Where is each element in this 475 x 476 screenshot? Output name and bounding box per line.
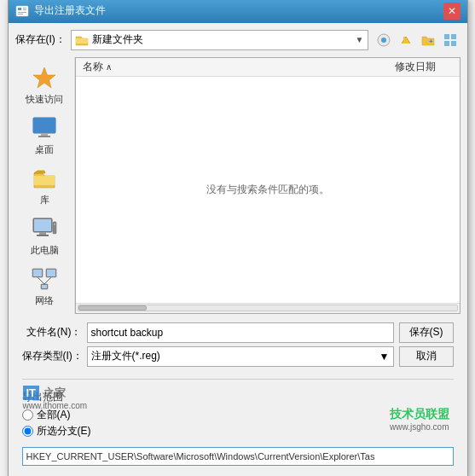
svg-rect-13 bbox=[451, 41, 456, 46]
back-icon bbox=[377, 33, 391, 47]
svg-rect-18 bbox=[38, 136, 50, 137]
sidebar-item-quick-access[interactable]: 快速访问 bbox=[17, 61, 72, 109]
svg-rect-2 bbox=[23, 8, 26, 9]
svg-rect-28 bbox=[47, 270, 55, 276]
registry-icon bbox=[15, 4, 29, 18]
toolbar-row: 保存在(I)： 新建文件夹 ▼ bbox=[15, 30, 461, 50]
main-area: 快速访问 桌面 bbox=[15, 57, 461, 314]
svg-rect-1 bbox=[18, 8, 21, 10]
all-radio-label[interactable]: 全部(A) bbox=[37, 408, 71, 422]
scrollbar-track[interactable] bbox=[78, 305, 458, 311]
svg-line-31 bbox=[38, 277, 44, 284]
file-content: 没有与搜索条件匹配的项。 bbox=[76, 77, 460, 303]
path-text: HKEY_CURRENT_USER\Software\Microsoft\Win… bbox=[26, 451, 375, 461]
svg-rect-12 bbox=[444, 41, 449, 46]
all-radio-row: 全部(A) bbox=[22, 408, 454, 422]
svg-rect-8 bbox=[403, 37, 405, 40]
svg-rect-26 bbox=[33, 270, 42, 276]
sidebar-item-quick-access-label: 快速访问 bbox=[26, 93, 63, 106]
svg-rect-4 bbox=[18, 12, 26, 13]
selected-radio[interactable] bbox=[22, 426, 33, 437]
new-folder-button[interactable]: + bbox=[418, 30, 438, 50]
filetype-arrow-icon: ▼ bbox=[379, 351, 390, 363]
sidebar-item-library-label: 库 bbox=[40, 194, 49, 206]
view-button[interactable] bbox=[440, 30, 461, 50]
svg-rect-22 bbox=[37, 235, 49, 236]
bottom-fields: 文件名(N)： 保存(S) 保存类型(I)： 注册文件(*.reg) ▼ 取消 bbox=[15, 317, 461, 372]
star-icon bbox=[31, 64, 58, 91]
location-combo[interactable]: 新建文件夹 ▼ bbox=[71, 30, 368, 50]
svg-text:+: + bbox=[429, 38, 433, 45]
svg-rect-24 bbox=[54, 223, 55, 225]
path-field[interactable]: HKEY_CURRENT_USER\Software\Microsoft\Win… bbox=[22, 447, 454, 466]
filename-input[interactable] bbox=[87, 322, 394, 343]
export-range: 导出范围 全部(A) 所选分支(E) bbox=[15, 386, 461, 444]
toolbar-buttons: + bbox=[374, 30, 461, 50]
svg-rect-5 bbox=[18, 14, 23, 15]
col-name-header[interactable]: 名称 ∧ bbox=[83, 60, 395, 74]
title-bar-left: 导出注册表文件 bbox=[15, 3, 106, 18]
filetype-label: 保存类型(I)： bbox=[22, 349, 82, 363]
filetype-row: 保存类型(I)： 注册文件(*.reg) ▼ 取消 bbox=[22, 346, 454, 367]
up-icon bbox=[399, 33, 413, 47]
export-registry-dialog: 导出注册表文件 ✕ 保存在(I)： 新建文件夹 ▼ bbox=[8, 0, 468, 476]
sidebar-item-this-pc-label: 此电脑 bbox=[31, 244, 59, 257]
scrollbar-thumb[interactable] bbox=[78, 305, 147, 311]
folder-icon bbox=[75, 34, 89, 46]
horizontal-scrollbar[interactable] bbox=[76, 303, 460, 313]
computer-icon bbox=[31, 215, 58, 242]
all-radio[interactable] bbox=[22, 409, 33, 421]
combo-arrow-icon: ▼ bbox=[356, 35, 364, 44]
sidebar-item-this-pc[interactable]: 此电脑 bbox=[17, 212, 72, 260]
location-text: 新建文件夹 bbox=[92, 32, 352, 47]
back-button[interactable] bbox=[374, 30, 394, 50]
svg-rect-30 bbox=[42, 285, 47, 288]
dialog-body: 保存在(I)： 新建文件夹 ▼ bbox=[9, 23, 467, 477]
svg-rect-16 bbox=[34, 119, 55, 132]
export-range-title: 导出范围 bbox=[22, 390, 454, 404]
network-icon bbox=[31, 265, 58, 293]
col-date-header: 修改日期 bbox=[395, 60, 453, 74]
cancel-button[interactable]: 取消 bbox=[399, 346, 454, 367]
svg-rect-0 bbox=[16, 6, 28, 16]
filetype-combo[interactable]: 注册文件(*.reg) ▼ bbox=[87, 346, 394, 367]
sidebar-item-network[interactable]: 网络 bbox=[17, 262, 72, 311]
svg-rect-17 bbox=[41, 133, 48, 136]
filename-label: 文件名(N)： bbox=[22, 325, 82, 340]
svg-rect-11 bbox=[451, 34, 456, 39]
filetype-value: 注册文件(*.reg) bbox=[91, 349, 160, 363]
sidebar-item-desktop[interactable]: 桌面 bbox=[17, 111, 72, 160]
new-folder-icon: + bbox=[421, 33, 435, 47]
file-header: 名称 ∧ 修改日期 bbox=[76, 58, 460, 77]
selected-radio-row: 所选分支(E) bbox=[22, 424, 454, 438]
save-in-label: 保存在(I)： bbox=[15, 32, 66, 47]
svg-rect-20 bbox=[34, 219, 51, 231]
title-bar: 导出注册表文件 ✕ bbox=[9, 0, 467, 23]
save-button[interactable]: 保存(S) bbox=[399, 322, 454, 343]
sidebar-item-desktop-label: 桌面 bbox=[35, 143, 54, 156]
view-icon bbox=[443, 33, 457, 47]
library-icon bbox=[31, 165, 58, 192]
selected-radio-label[interactable]: 所选分支(E) bbox=[37, 424, 91, 438]
empty-message: 没有与搜索条件匹配的项。 bbox=[206, 183, 329, 197]
desktop-icon bbox=[31, 114, 58, 142]
file-area: 名称 ∧ 修改日期 没有与搜索条件匹配的项。 bbox=[75, 57, 461, 314]
dialog-title: 导出注册表文件 bbox=[34, 3, 106, 18]
sidebar-item-library[interactable]: 库 bbox=[17, 161, 72, 210]
up-button[interactable] bbox=[396, 30, 416, 50]
close-button[interactable]: ✕ bbox=[443, 3, 461, 20]
svg-marker-14 bbox=[33, 67, 55, 88]
svg-line-32 bbox=[44, 277, 51, 284]
sidebar-item-network-label: 网络 bbox=[35, 294, 54, 307]
svg-rect-3 bbox=[23, 9, 26, 10]
sort-arrow-icon: ∧ bbox=[106, 62, 112, 72]
divider bbox=[22, 379, 454, 380]
filename-row: 文件名(N)： 保存(S) bbox=[22, 322, 454, 343]
svg-rect-10 bbox=[444, 34, 449, 39]
svg-rect-21 bbox=[39, 232, 46, 235]
sidebar: 快速访问 桌面 bbox=[15, 57, 75, 314]
svg-point-7 bbox=[381, 38, 386, 43]
